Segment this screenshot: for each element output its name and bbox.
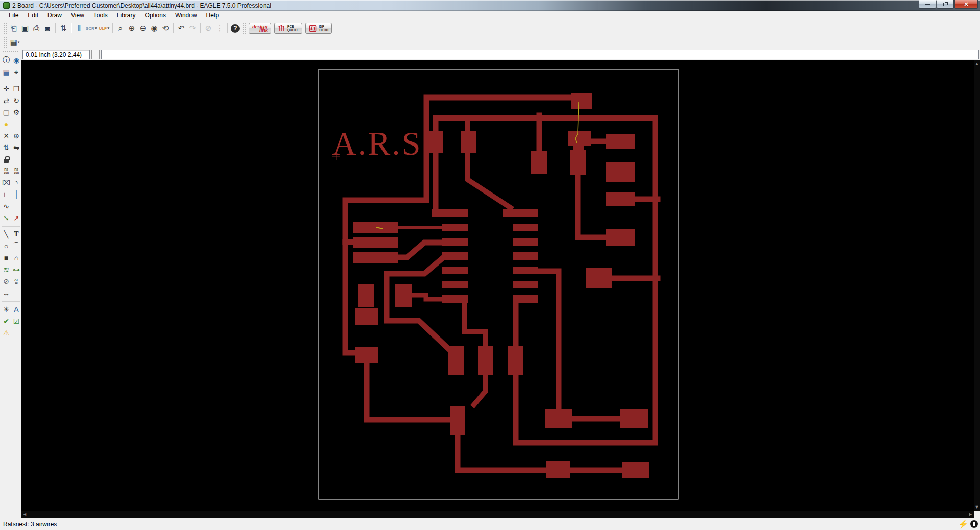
replace-icon[interactable]: ⇋ xyxy=(11,142,21,153)
meander-icon[interactable]: ∿ xyxy=(1,201,11,212)
copper-pad xyxy=(545,409,572,428)
menu-draw[interactable]: Draw xyxy=(43,11,66,20)
change-icon[interactable]: ⚙ xyxy=(11,107,21,118)
copper-pad xyxy=(355,308,378,325)
wire-icon[interactable]: ╲ xyxy=(1,229,11,240)
route-icon[interactable]: ➘ xyxy=(1,212,11,224)
optimize-icon[interactable]: ┼ xyxy=(11,189,21,200)
copper-pad xyxy=(442,224,468,231)
design-link-button[interactable]: designlink xyxy=(249,23,271,34)
errors-icon[interactable]: ☑ xyxy=(11,316,21,327)
scroll-left-icon[interactable]: ◄ xyxy=(21,511,28,518)
script-icon[interactable]: SCR▾ xyxy=(85,25,98,32)
copper-pad xyxy=(606,229,635,246)
go-icon[interactable]: ⋮ xyxy=(214,22,225,34)
restore-button[interactable] xyxy=(937,0,954,9)
grid-button[interactable]: ▦ ▾ xyxy=(8,37,21,47)
signal-icon[interactable]: ⊶ xyxy=(11,264,21,275)
smash-icon[interactable]: ⌧ xyxy=(1,177,11,188)
sheet-select-icon[interactable]: ⇅ xyxy=(58,22,69,34)
zoom-select-icon[interactable]: ◉ xyxy=(149,22,160,34)
coordinate-mini-box[interactable] xyxy=(91,50,100,59)
toolbar-drag-handle[interactable] xyxy=(4,22,7,34)
zoom-redraw-icon[interactable]: ⟲ xyxy=(160,22,171,34)
pcb-quote-button[interactable]: PCB QUOTE xyxy=(274,23,302,34)
arc-icon[interactable]: ⌒ xyxy=(11,240,21,252)
zoom-fit-icon[interactable]: ⌕ xyxy=(115,22,126,34)
print-icon[interactable]: ⎙ xyxy=(31,22,42,34)
help-button[interactable]: ? xyxy=(230,22,241,34)
undo-icon[interactable]: ↶ xyxy=(176,22,187,34)
zoom-in-icon[interactable]: ⊕ xyxy=(126,22,137,34)
idf-to-3d-button[interactable]: IDF TO 3D xyxy=(305,23,332,34)
toolbar-drag-handle[interactable] xyxy=(4,37,7,48)
horizontal-scrollbar[interactable]: ◄ ► xyxy=(21,511,974,518)
minimize-button[interactable] xyxy=(919,0,936,9)
stop-icon[interactable]: ⊘ xyxy=(203,22,214,34)
open-icon[interactable]: ⎗ xyxy=(8,22,19,34)
text-icon[interactable]: T xyxy=(11,229,21,240)
save-icon[interactable]: ▣ xyxy=(19,22,31,34)
lock-icon[interactable] xyxy=(1,154,11,165)
value-icon[interactable]: R210k xyxy=(11,165,21,177)
circle-icon[interactable]: ○ xyxy=(1,240,11,252)
copper-pad xyxy=(568,131,591,146)
menu-file[interactable]: File xyxy=(4,11,23,20)
hole-icon[interactable]: ⊘ xyxy=(1,276,11,287)
rotate-icon[interactable]: ↻ xyxy=(11,95,21,106)
ripup-icon[interactable]: ➚ xyxy=(11,212,21,224)
copper-pad xyxy=(606,192,635,206)
drc-icon[interactable]: ✔ xyxy=(1,316,11,327)
ulp-icon[interactable]: ULP▾ xyxy=(98,25,110,32)
dimension-icon[interactable]: ↔ xyxy=(1,287,11,299)
menu-window[interactable]: Window xyxy=(171,11,202,20)
mark-icon[interactable]: ⌖ xyxy=(11,66,21,78)
mirror-icon[interactable]: ⇄ xyxy=(1,95,11,106)
copper-trace xyxy=(412,295,443,299)
delete-icon[interactable]: ✕ xyxy=(1,130,11,141)
menu-library[interactable]: Library xyxy=(112,11,140,20)
display-layers-icon[interactable]: ▦ xyxy=(1,66,11,78)
window-title: 2 Board - C:\Users\Preferred Customer\De… xyxy=(12,2,271,9)
split-icon[interactable]: ∟ xyxy=(1,189,11,200)
copper-pad xyxy=(620,409,648,428)
menu-tools[interactable]: Tools xyxy=(89,11,112,20)
menu-view[interactable]: View xyxy=(66,11,89,20)
warning-icon[interactable]: ⚠ xyxy=(1,327,11,339)
group-icon[interactable]: ▢ xyxy=(1,107,11,118)
ratsnest-icon[interactable]: ✳ xyxy=(1,304,11,315)
menu-help[interactable]: Help xyxy=(202,11,224,20)
show-icon[interactable]: ◉ xyxy=(11,55,21,66)
help-icon: ? xyxy=(231,24,240,33)
autoroute-icon[interactable]: A xyxy=(11,304,21,315)
cut-icon[interactable]: ● xyxy=(1,118,11,130)
palette-drag-handle[interactable] xyxy=(2,50,19,53)
attribute-icon[interactable]: AT▭ xyxy=(11,276,21,287)
rect-icon[interactable]: ■ xyxy=(1,252,11,263)
palette-separator xyxy=(2,301,20,302)
redo-icon[interactable]: ↷ xyxy=(187,22,198,34)
menu-edit[interactable]: Edit xyxy=(23,11,43,20)
move-icon[interactable]: ✛ xyxy=(1,83,11,94)
scroll-down-icon[interactable]: ▼ xyxy=(974,503,980,511)
pinswap-icon[interactable]: ⇅ xyxy=(1,142,11,153)
add-icon[interactable]: ⊕ xyxy=(11,130,21,141)
scroll-up-icon[interactable]: ▲ xyxy=(974,60,980,67)
menu-options[interactable]: Options xyxy=(140,11,171,20)
use-library-icon[interactable]: ⫴ xyxy=(74,22,85,34)
command-line-input[interactable] xyxy=(101,50,979,59)
cam-icon[interactable]: ◙ xyxy=(42,22,53,34)
copy-icon[interactable]: ❐ xyxy=(11,83,21,94)
polygon-icon[interactable]: ⌂ xyxy=(11,252,21,263)
copper-pad xyxy=(442,252,468,260)
close-button[interactable]: ✕ xyxy=(954,0,978,9)
miter-icon[interactable]: ◝ xyxy=(11,177,21,188)
via-icon[interactable]: ≋ xyxy=(1,264,11,275)
info-icon[interactable]: ⓘ xyxy=(1,55,11,66)
zoom-out-icon[interactable]: ⊖ xyxy=(137,22,149,34)
scroll-right-icon[interactable]: ► xyxy=(967,511,974,518)
board-canvas[interactable]: A.R.S xyxy=(21,60,974,511)
name-icon[interactable]: R210k xyxy=(1,165,11,177)
toolbar-drag-handle[interactable] xyxy=(243,22,246,34)
vertical-scrollbar[interactable]: ▲ ▼ xyxy=(974,60,980,511)
